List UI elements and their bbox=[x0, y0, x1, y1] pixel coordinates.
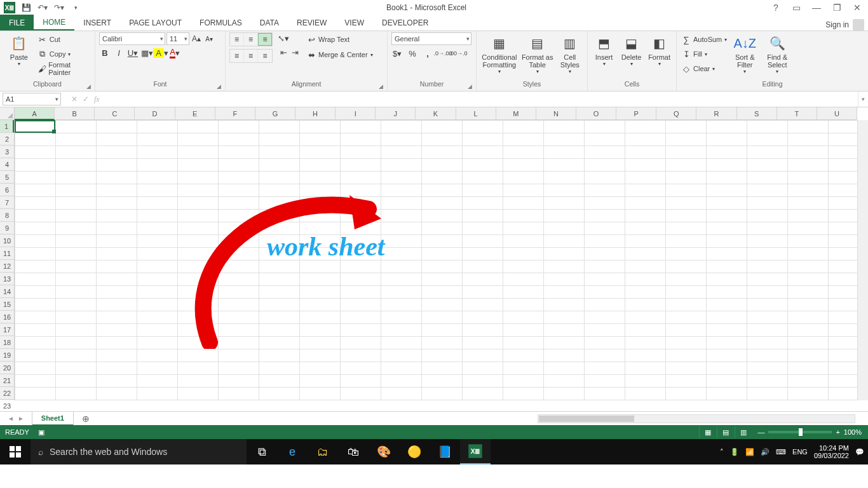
worksheet-cells[interactable] bbox=[15, 120, 857, 400]
row-header-5[interactable]: 5 bbox=[0, 171, 14, 184]
comma-format-button[interactable]: , bbox=[422, 48, 433, 59]
help-button[interactable]: ? bbox=[770, 3, 782, 13]
tab-formulas[interactable]: FORMULAS bbox=[191, 15, 251, 30]
row-header-10[interactable]: 10 bbox=[0, 234, 14, 247]
row-header-15[interactable]: 15 bbox=[0, 298, 14, 311]
clear-button[interactable]: ◇Clear▾ bbox=[681, 62, 727, 76]
sheet-nav-next[interactable]: ► bbox=[18, 415, 24, 422]
column-header-E[interactable]: E bbox=[175, 107, 215, 120]
close-button[interactable]: ✕ bbox=[851, 3, 863, 13]
row-headers[interactable]: 1234567891011121314151617181920212223 bbox=[0, 120, 15, 400]
row-header-7[interactable]: 7 bbox=[0, 196, 14, 209]
horizontal-scrollbar[interactable] bbox=[538, 414, 855, 423]
increase-decimal-button[interactable]: .0→.00 bbox=[437, 48, 449, 59]
enter-formula-button[interactable]: ✓ bbox=[83, 95, 89, 104]
column-header-C[interactable]: C bbox=[95, 107, 135, 120]
zoom-out-button[interactable]: — bbox=[757, 428, 764, 436]
row-header-16[interactable]: 16 bbox=[0, 311, 14, 323]
clipboard-dialog-launcher[interactable]: ◢ bbox=[86, 83, 91, 90]
user-avatar-icon[interactable] bbox=[853, 19, 864, 30]
tab-review[interactable]: REVIEW bbox=[288, 15, 336, 30]
column-header-G[interactable]: G bbox=[255, 107, 295, 120]
excel-app-icon[interactable]: X≣ bbox=[3, 1, 17, 15]
vertical-scrollbar[interactable] bbox=[857, 120, 868, 400]
column-header-M[interactable]: M bbox=[496, 107, 536, 120]
sheet-nav-prev[interactable]: ◄ bbox=[8, 415, 14, 422]
file-tab[interactable]: FILE bbox=[0, 15, 34, 30]
taskbar-edge-icon[interactable]: e bbox=[277, 439, 308, 464]
row-header-13[interactable]: 13 bbox=[0, 273, 14, 285]
ribbon-options-button[interactable]: ▭ bbox=[790, 3, 802, 13]
column-header-J[interactable]: J bbox=[376, 107, 416, 120]
row-header-18[interactable]: 18 bbox=[0, 336, 14, 349]
decrease-font-button[interactable]: A▾ bbox=[203, 33, 215, 44]
column-header-D[interactable]: D bbox=[135, 107, 175, 120]
vertical-align-buttons[interactable]: ≡≡≡ bbox=[229, 32, 273, 46]
row-header-12[interactable]: 12 bbox=[0, 260, 14, 273]
minimize-button[interactable]: — bbox=[811, 3, 822, 13]
taskbar-notepad-icon[interactable]: 📘 bbox=[430, 439, 460, 464]
name-box[interactable]: A1 bbox=[3, 93, 61, 105]
underline-button[interactable]: U▾ bbox=[127, 47, 139, 58]
cancel-formula-button[interactable]: ✕ bbox=[71, 95, 78, 104]
row-header-14[interactable]: 14 bbox=[0, 285, 14, 298]
taskbar-search[interactable]: ⌕Search the web and Windows bbox=[31, 439, 247, 464]
tab-data[interactable]: DATA bbox=[251, 15, 288, 30]
row-header-9[interactable]: 9 bbox=[0, 222, 14, 234]
tab-page-layout[interactable]: PAGE LAYOUT bbox=[120, 15, 191, 30]
format-as-table-button[interactable]: ▤Format as Table▾ bbox=[521, 32, 554, 75]
column-header-P[interactable]: P bbox=[616, 107, 656, 120]
borders-button[interactable]: ▦▾ bbox=[141, 47, 153, 58]
conditional-formatting-button[interactable]: ▦Conditional Formatting▾ bbox=[480, 32, 519, 75]
column-header-H[interactable]: H bbox=[295, 107, 336, 120]
tray-clock[interactable]: 10:24 PM 09/03/2022 bbox=[814, 444, 849, 459]
column-header-T[interactable]: T bbox=[777, 107, 817, 120]
row-header-17[interactable]: 17 bbox=[0, 323, 14, 336]
column-header-S[interactable]: S bbox=[737, 107, 777, 120]
row-header-8[interactable]: 8 bbox=[0, 209, 14, 222]
row-header-4[interactable]: 4 bbox=[0, 158, 14, 171]
orientation-button[interactable]: ⤡▾ bbox=[278, 32, 289, 44]
format-painter-button[interactable]: 🖌Format Painter bbox=[37, 62, 91, 76]
column-header-Q[interactable]: Q bbox=[656, 107, 696, 120]
horizontal-align-buttons[interactable]: ≡≡≡ bbox=[229, 49, 273, 63]
column-header-I[interactable]: I bbox=[336, 107, 376, 120]
row-header-21[interactable]: 21 bbox=[0, 374, 14, 387]
sheet-tab-sheet1[interactable]: Sheet1 bbox=[32, 412, 74, 426]
alignment-dialog-launcher[interactable]: ◢ bbox=[379, 83, 383, 90]
select-all-button[interactable] bbox=[0, 107, 15, 120]
paste-button[interactable]: 📋 Paste ▾ bbox=[4, 32, 34, 67]
tray-notifications-icon[interactable]: 💬 bbox=[855, 448, 864, 456]
row-header-23[interactable]: 23 bbox=[0, 400, 14, 411]
taskbar-store-icon[interactable]: 🛍 bbox=[338, 439, 369, 464]
insert-cells-button[interactable]: ⬒Insert▾ bbox=[592, 32, 616, 67]
tray-battery-icon[interactable]: 🔋 bbox=[730, 448, 739, 456]
restore-button[interactable]: ❐ bbox=[831, 3, 843, 13]
tab-insert[interactable]: INSERT bbox=[74, 15, 120, 30]
macro-record-button[interactable]: ▣ bbox=[38, 428, 44, 437]
column-header-K[interactable]: K bbox=[416, 107, 456, 120]
bold-button[interactable]: B bbox=[99, 47, 111, 58]
taskbar-chrome-icon[interactable]: 🟡 bbox=[399, 439, 430, 464]
zoom-slider[interactable] bbox=[768, 431, 832, 433]
column-headers[interactable]: ABCDEFGHIJKLMNOPQRSTU bbox=[15, 107, 857, 120]
column-header-O[interactable]: O bbox=[576, 107, 616, 120]
tray-keyboard-icon[interactable]: ⌨ bbox=[776, 448, 786, 456]
column-header-F[interactable]: F bbox=[215, 107, 255, 120]
autosum-button[interactable]: ∑AutoSum▾ bbox=[681, 32, 727, 46]
cut-button[interactable]: ✂Cut bbox=[37, 32, 91, 46]
page-layout-view-button[interactable]: ▤ bbox=[717, 426, 733, 438]
delete-cells-button[interactable]: ⬓Delete▾ bbox=[619, 32, 644, 67]
italic-button[interactable]: I bbox=[113, 47, 125, 58]
font-name-dropdown[interactable]: Calibri bbox=[99, 32, 165, 45]
row-header-6[interactable]: 6 bbox=[0, 184, 14, 196]
tab-home[interactable]: HOME bbox=[34, 15, 74, 30]
percent-format-button[interactable]: % bbox=[407, 48, 418, 59]
tab-developer[interactable]: DEVELOPER bbox=[373, 15, 437, 30]
expand-formula-bar-button[interactable]: ▾ bbox=[858, 92, 868, 107]
accounting-format-button[interactable]: $▾ bbox=[391, 48, 403, 59]
number-dialog-launcher[interactable]: ◢ bbox=[468, 83, 472, 90]
sign-in-link[interactable]: Sign in bbox=[825, 20, 849, 29]
copy-button[interactable]: ⧉Copy▾ bbox=[37, 47, 91, 61]
tray-language[interactable]: ENG bbox=[792, 448, 808, 456]
